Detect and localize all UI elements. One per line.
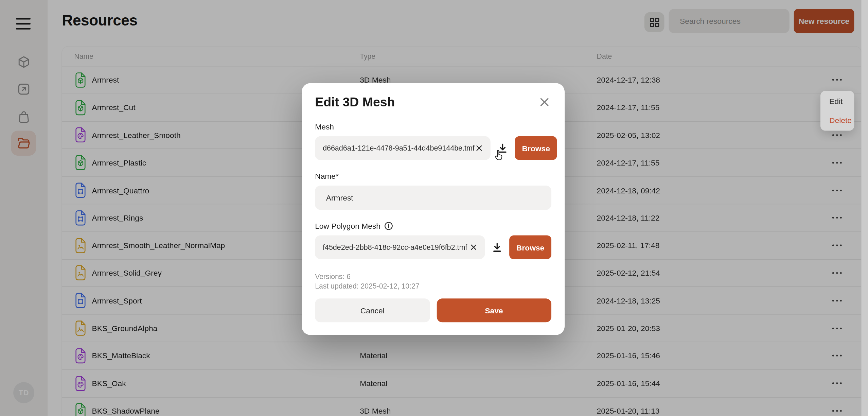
low-poly-file-row: f45de2ed-2bb8-418c-92cc-a4e0e19f6fb2.tmf…: [315, 236, 551, 259]
close-icon[interactable]: [537, 95, 551, 111]
clear-mesh-file-icon[interactable]: [475, 143, 484, 153]
low-poly-field-label: Low Polygon Mesh: [315, 221, 551, 231]
name-field-label: Name*: [315, 171, 551, 181]
info-icon[interactable]: [384, 222, 393, 230]
download-mesh-icon[interactable]: [497, 143, 509, 154]
browse-low-poly-button[interactable]: Browse: [509, 236, 551, 259]
download-low-poly-icon[interactable]: [492, 242, 503, 253]
versions-text: Versions: 6: [315, 272, 551, 281]
save-button[interactable]: Save: [437, 298, 551, 322]
mesh-field-label: Mesh: [315, 122, 551, 132]
mesh-file-chip: d66ad6a1-121e-4478-9a51-44d4be9144be.tmf: [315, 136, 491, 160]
edit-3d-mesh-modal: Edit 3D Mesh Mesh d66ad6a1-121e-4478-9a5…: [302, 83, 565, 335]
context-menu-edit[interactable]: Edit: [820, 92, 854, 110]
row-context-menu: Edit Delete: [820, 91, 854, 131]
context-menu-delete[interactable]: Delete: [820, 111, 854, 129]
browse-mesh-button[interactable]: Browse: [515, 136, 557, 160]
mesh-filename: d66ad6a1-121e-4478-9a51-44d4be9144be.tmf: [323, 144, 475, 152]
scrollbar[interactable]: [862, 0, 868, 416]
low-poly-filename: f45de2ed-2bb8-418c-92cc-a4e0e19f6fb2.tmf: [323, 243, 469, 251]
name-input[interactable]: [315, 186, 551, 210]
app-root: TD Resources New resource Name Type Date…: [0, 0, 868, 416]
last-updated-text: Last updated: 2025-02-12, 10:27: [315, 281, 551, 291]
modal-title: Edit 3D Mesh: [315, 94, 395, 110]
low-poly-file-chip: f45de2ed-2bb8-418c-92cc-a4e0e19f6fb2.tmf: [315, 236, 485, 259]
clear-low-poly-file-icon[interactable]: [469, 243, 478, 252]
mesh-file-row: d66ad6a1-121e-4478-9a51-44d4be9144be.tmf…: [315, 136, 551, 160]
cancel-button[interactable]: Cancel: [315, 298, 430, 322]
